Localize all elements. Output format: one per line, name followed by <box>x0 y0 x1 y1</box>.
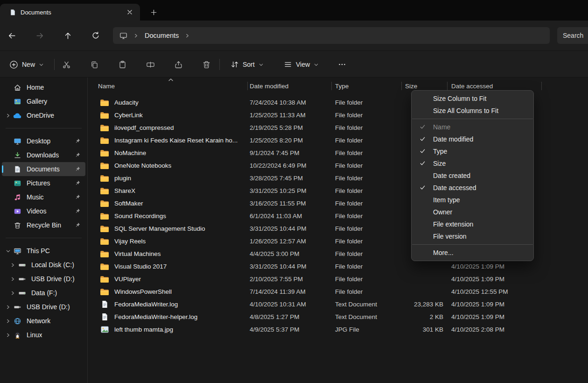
menu-item-label: Date accessed <box>433 184 476 192</box>
file-type: File folder <box>335 222 399 235</box>
breadcrumb-item-documents[interactable]: Documents <box>145 32 179 39</box>
sort-button[interactable]: Sort <box>226 56 268 73</box>
share-button[interactable] <box>169 55 188 74</box>
column-header-date-modified[interactable]: Date modified <box>250 78 329 94</box>
menu-item-size-column-to-fit[interactable]: Size Column to Fit <box>412 92 533 105</box>
file-type: File folder <box>335 159 399 172</box>
cut-button[interactable] <box>57 55 76 74</box>
search-input[interactable]: Search <box>557 27 588 44</box>
sidebar-item-onedrive[interactable]: OneDrive <box>2 108 85 122</box>
chevron-right-icon[interactable] <box>5 305 11 310</box>
menu-item-size-all-columns-to-fit[interactable]: Size All Columns to Fit <box>412 105 533 117</box>
menu-item-name[interactable]: Name <box>412 121 533 133</box>
file-row-fedoramediawriter-log[interactable]: FedoraMediaWriter.log4/10/2025 10:31 AMT… <box>88 298 588 311</box>
sidebar-separator <box>6 128 82 128</box>
new-button[interactable]: New <box>5 56 49 73</box>
menu-item-date-accessed[interactable]: Date accessed <box>412 182 533 194</box>
menu-item-label: Size All Columns to Fit <box>433 107 498 114</box>
see-more-button[interactable] <box>333 55 351 74</box>
file-row-windowspowershell[interactable]: WindowsPowerShell7/14/2024 11:39 AMFile … <box>88 285 588 298</box>
column-header-name[interactable]: Name <box>98 78 238 94</box>
sidebar-item-network[interactable]: Network <box>2 314 85 328</box>
address-bar[interactable]: Documents <box>113 27 550 44</box>
sidebar-item-desktop[interactable]: Desktop <box>2 134 85 148</box>
file-row-visual-studio-2017[interactable]: Visual Studio 20173/31/2025 10:44 PMFile… <box>88 260 588 273</box>
rename-button[interactable] <box>141 55 160 74</box>
copy-button[interactable] <box>85 55 104 74</box>
sidebar-item-videos[interactable]: Videos <box>2 204 85 218</box>
sidebar-item-label: Documents <box>27 165 60 173</box>
file-name: VUPlayer <box>114 276 141 283</box>
share-icon <box>174 60 183 69</box>
sidebar-item-label: USB Drive (D:) <box>27 303 70 311</box>
chevron-right-icon[interactable] <box>9 291 16 296</box>
file-date-modified: 9/1/2024 7:45 PM <box>250 147 330 159</box>
file-name: Instagram ki Feeds Kaise Reset Karain ho… <box>114 137 238 144</box>
sidebar-item-documents[interactable]: Documents <box>2 162 85 176</box>
view-button[interactable]: View <box>279 56 323 73</box>
chevron-right-icon[interactable] <box>9 262 16 268</box>
tab-documents[interactable]: Documents <box>0 4 140 21</box>
menu-item-file-version[interactable]: File version <box>412 230 533 242</box>
column-header-type[interactable]: Type <box>335 78 396 94</box>
column-separator[interactable] <box>401 82 402 90</box>
file-name: SoftMaker <box>114 200 143 207</box>
chevron-right-icon[interactable] <box>5 113 11 118</box>
menu-item-date-created[interactable]: Date created <box>412 170 533 182</box>
delete-button[interactable] <box>197 55 216 74</box>
refresh-button[interactable] <box>86 26 105 45</box>
chevron-right-icon[interactable] <box>5 333 11 338</box>
column-separator[interactable] <box>447 82 448 90</box>
tab-close-button[interactable] <box>124 7 135 18</box>
breadcrumb-chevron-icon[interactable] <box>185 33 190 38</box>
sidebar-item-local-disk-c[interactable]: Local Disk (C:) <box>2 258 85 272</box>
file-size: 23,283 KB <box>390 298 443 311</box>
sidebar-separator <box>6 238 82 238</box>
sidebar-item-home[interactable]: Home <box>2 80 85 94</box>
sidebar-item-usb-drive-d[interactable]: USB Drive (D:) <box>2 272 85 286</box>
menu-item-owner[interactable]: Owner <box>412 206 533 218</box>
menu-item-file-extension[interactable]: File extension <box>412 218 533 230</box>
trash-icon <box>202 60 211 69</box>
column-separator[interactable] <box>247 82 248 90</box>
sidebar-item-downloads[interactable]: Downloads <box>2 148 85 162</box>
chevron-right-icon[interactable] <box>5 319 11 324</box>
column-separator[interactable] <box>331 82 332 90</box>
folder-icon <box>100 238 109 245</box>
breadcrumb-chevron-icon[interactable] <box>133 33 139 38</box>
column-separator[interactable] <box>541 82 542 90</box>
sidebar-item-gallery[interactable]: Gallery <box>2 94 85 108</box>
view-list-icon <box>284 60 292 69</box>
command-bar-divider <box>219 59 220 70</box>
file-row-vuplayer[interactable]: VUPlayer2/10/2025 7:55 PMFile folder4/10… <box>88 273 588 285</box>
column-header-label: Date accessed <box>451 83 493 90</box>
sidebar-item-pictures[interactable]: Pictures <box>2 176 85 190</box>
file-date-modified: 4/8/2025 1:27 PM <box>250 311 330 323</box>
up-button[interactable] <box>58 26 77 45</box>
menu-item-date-modified[interactable]: Date modified <box>412 133 533 145</box>
menu-item-size[interactable]: Size <box>412 157 533 170</box>
paste-button[interactable] <box>113 55 132 74</box>
sidebar-item-linux[interactable]: Linux <box>2 328 85 342</box>
sidebar-item-music[interactable]: Music <box>2 190 85 204</box>
folder-icon <box>100 187 109 195</box>
file-name: ShareX <box>114 187 135 194</box>
menu-item-item-type[interactable]: Item type <box>412 194 533 206</box>
sidebar-item-this-pc[interactable]: This PC <box>2 244 85 258</box>
file-row-left-thumb-mamta-jpg[interactable]: left thumb mamta.jpg4/9/2025 5:37 PMJPG … <box>88 323 588 336</box>
chevron-right-icon[interactable] <box>9 277 16 282</box>
menu-item-type[interactable]: Type <box>412 145 533 157</box>
back-button[interactable] <box>2 26 21 45</box>
file-size <box>390 285 443 298</box>
forward-button[interactable] <box>30 26 49 45</box>
sidebar-item-usb-drive-d[interactable]: USB Drive (D:) <box>2 300 85 314</box>
chevron-down-icon[interactable] <box>5 248 11 254</box>
file-row-fedoramediawriter-helper-log[interactable]: FedoraMediaWriter-helper.log4/8/2025 1:2… <box>88 311 588 323</box>
chevron-down-icon <box>314 62 319 67</box>
file-type: File folder <box>335 134 399 147</box>
sidebar-item-recycle-bin[interactable]: Recycle Bin <box>2 218 85 232</box>
sidebar-item-data-f[interactable]: Data (F:) <box>2 286 85 300</box>
new-tab-button[interactable] <box>147 6 160 18</box>
menu-item-label: Name <box>433 123 450 131</box>
menu-item-more[interactable]: More... <box>412 247 533 259</box>
